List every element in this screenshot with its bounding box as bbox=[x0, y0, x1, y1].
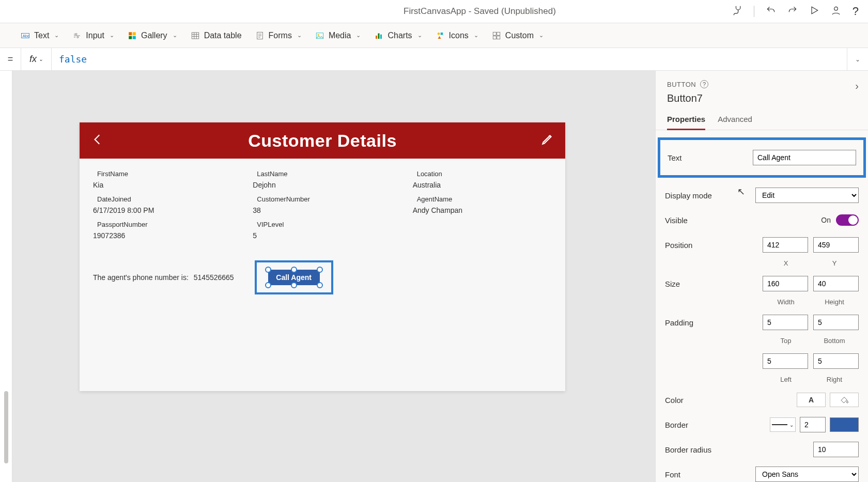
canvas-area[interactable]: Customer Details FirstNameKia LastNameDe… bbox=[12, 71, 655, 482]
gallery-icon bbox=[128, 31, 137, 40]
ribbon-charts[interactable]: Charts⌄ bbox=[374, 31, 422, 40]
svg-rect-9 bbox=[192, 33, 199, 39]
svg-rect-21 bbox=[497, 36, 500, 39]
prop-color-label: Color bbox=[665, 396, 684, 405]
svg-rect-19 bbox=[497, 32, 500, 35]
control-type: BUTTON ? bbox=[667, 80, 857, 88]
prop-pad-right-input[interactable] bbox=[813, 353, 859, 369]
play-icon[interactable] bbox=[809, 5, 819, 18]
prop-displaymode-label: Display mode bbox=[665, 191, 712, 200]
field-label: DateJoined bbox=[97, 195, 232, 203]
border-thickness-input[interactable] bbox=[800, 417, 826, 432]
field-value: 6/17/2019 8:00 PM bbox=[93, 206, 232, 214]
prop-borderradius-label: Border radius bbox=[665, 445, 711, 454]
panel-tabs: Properties Advanced bbox=[656, 110, 868, 130]
prop-font-label: Font bbox=[665, 470, 680, 479]
ribbon-custom[interactable]: Custom⌄ bbox=[492, 31, 544, 40]
formula-expand-icon[interactable]: ⌄ bbox=[847, 56, 868, 63]
resize-handle[interactable] bbox=[317, 267, 323, 273]
datatable-icon bbox=[191, 31, 200, 40]
back-icon[interactable] bbox=[91, 133, 104, 148]
tab-properties[interactable]: Properties bbox=[667, 115, 705, 130]
highlighted-text-row: Text bbox=[658, 137, 866, 178]
prop-text-label: Text bbox=[668, 153, 682, 162]
app-screen: Customer Details FirstNameKia LastNameDe… bbox=[80, 122, 565, 391]
collapse-panel-icon[interactable]: › bbox=[855, 80, 859, 92]
border-radius-input[interactable] bbox=[813, 442, 859, 457]
formula-fx-dropdown[interactable]: fx⌄ bbox=[21, 48, 52, 70]
svg-rect-17 bbox=[440, 33, 443, 35]
ribbon-icons[interactable]: Icons⌄ bbox=[436, 31, 478, 40]
screen-title: Customer Details bbox=[104, 131, 540, 151]
svg-text:Abc: Abc bbox=[23, 34, 29, 38]
prop-width-input[interactable] bbox=[763, 276, 808, 291]
left-nav-rail bbox=[0, 71, 12, 482]
title-actions: ? bbox=[732, 5, 859, 18]
app-title: FirstCanvasApp - Saved (Unpublished) bbox=[404, 6, 556, 17]
border-color-swatch[interactable] bbox=[830, 417, 859, 432]
edit-icon[interactable] bbox=[540, 133, 554, 148]
prop-pad-bottom-input[interactable] bbox=[813, 315, 859, 330]
resize-handle[interactable] bbox=[265, 282, 271, 288]
redo-icon[interactable] bbox=[787, 5, 798, 18]
prop-displaymode-select[interactable]: Edit bbox=[755, 188, 859, 203]
scrollbar-thumb[interactable] bbox=[4, 391, 8, 463]
field-value: Andy Champan bbox=[413, 206, 552, 214]
field-label: PassportNumber bbox=[97, 221, 232, 228]
field-label: CustomerNumber bbox=[257, 195, 392, 203]
undo-icon[interactable] bbox=[766, 5, 776, 18]
forms-icon bbox=[255, 31, 265, 40]
title-bar: FirstCanvasApp - Saved (Unpublished) ? bbox=[0, 0, 868, 23]
fill-color-button[interactable] bbox=[830, 393, 859, 407]
user-icon[interactable] bbox=[831, 5, 841, 18]
ribbon-text[interactable]: Abc Text⌄ bbox=[21, 31, 59, 40]
prop-position-x-input[interactable] bbox=[763, 237, 808, 253]
border-style-button[interactable]: ⌄ bbox=[770, 417, 796, 432]
help-icon[interactable]: ? bbox=[853, 5, 859, 18]
field-value: Australia bbox=[413, 181, 552, 189]
field-value: Kia bbox=[93, 181, 232, 189]
control-name: Button7 bbox=[667, 92, 857, 104]
ribbon-gallery[interactable]: Gallery⌄ bbox=[128, 31, 177, 40]
ribbon-media[interactable]: Media⌄ bbox=[315, 31, 361, 40]
font-select[interactable]: Open Sans bbox=[755, 467, 859, 482]
ribbon-input[interactable]: Input⌄ bbox=[72, 31, 114, 40]
resize-handle[interactable] bbox=[291, 282, 297, 288]
svg-point-4 bbox=[77, 36, 79, 38]
field-value: 5 bbox=[253, 231, 392, 240]
resize-handle[interactable] bbox=[291, 267, 297, 273]
prop-pad-top-input[interactable] bbox=[763, 315, 808, 330]
svg-rect-14 bbox=[378, 33, 380, 39]
resize-handle[interactable] bbox=[317, 282, 323, 288]
charts-icon bbox=[374, 31, 383, 40]
prop-visible-toggle[interactable] bbox=[836, 214, 859, 226]
font-color-button[interactable]: A bbox=[797, 393, 826, 407]
prop-padding-label: Padding bbox=[665, 318, 693, 327]
svg-rect-13 bbox=[376, 36, 377, 39]
tab-advanced[interactable]: Advanced bbox=[718, 115, 752, 130]
field-label: Location bbox=[417, 170, 552, 178]
svg-rect-15 bbox=[380, 34, 382, 38]
prop-visible-state: On bbox=[821, 216, 831, 224]
field-label: VIPLevel bbox=[257, 221, 392, 228]
prop-position-y-input[interactable] bbox=[813, 237, 859, 253]
svg-point-16 bbox=[437, 33, 440, 35]
resize-handle[interactable] bbox=[265, 267, 271, 273]
svg-point-12 bbox=[317, 34, 319, 36]
formula-input[interactable]: false bbox=[52, 48, 847, 70]
prop-visible-label: Visible bbox=[665, 216, 688, 225]
field-value: 38 bbox=[253, 206, 392, 214]
selected-control-frame[interactable]: Call Agent bbox=[255, 260, 333, 294]
prop-text-input[interactable] bbox=[753, 150, 856, 165]
text-icon: Abc bbox=[21, 31, 30, 40]
ribbon-forms[interactable]: Forms⌄ bbox=[255, 31, 302, 40]
help-badge-icon[interactable]: ? bbox=[700, 80, 708, 88]
prop-height-input[interactable] bbox=[813, 276, 859, 291]
icons-icon bbox=[436, 31, 445, 40]
ribbon-datatable[interactable]: Data table bbox=[191, 31, 242, 40]
field-value: 19072386 bbox=[93, 231, 232, 240]
prop-position-label: Position bbox=[665, 241, 692, 250]
prop-pad-left-input[interactable] bbox=[763, 353, 808, 369]
prop-size-label: Size bbox=[665, 279, 680, 288]
health-icon[interactable] bbox=[732, 5, 742, 18]
